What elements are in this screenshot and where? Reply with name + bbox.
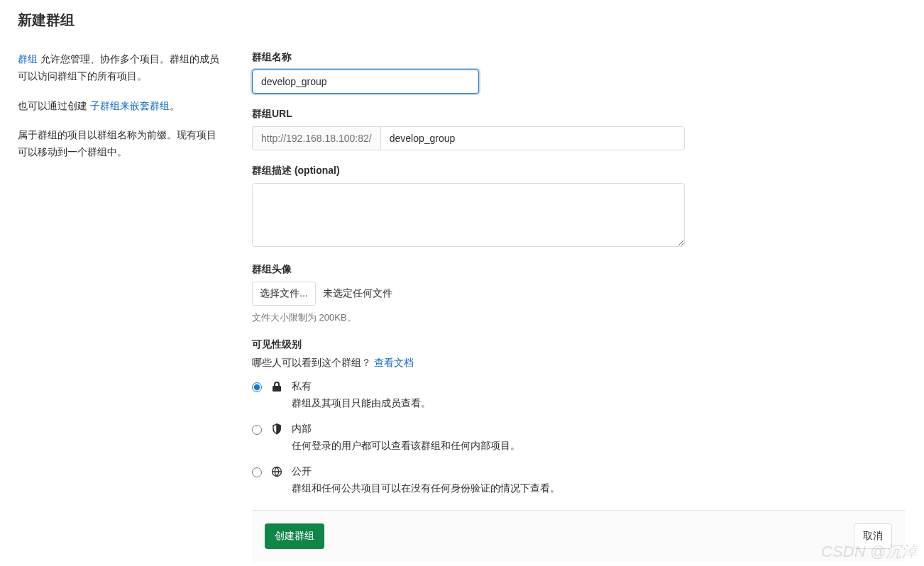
file-size-hint: 文件大小限制为 200KB。 bbox=[252, 311, 905, 324]
group-avatar-label: 群组头像 bbox=[252, 263, 905, 276]
form-footer: 创建群组 取消 bbox=[252, 510, 905, 562]
private-title: 私有 bbox=[292, 379, 905, 394]
choose-file-button[interactable]: 选择文件... bbox=[252, 282, 316, 306]
url-prefix: http://192.168.18.100:82/ bbox=[252, 126, 380, 150]
public-desc: 群组和任何公共项目可以在没有任何身份验证的情况下查看。 bbox=[292, 480, 905, 496]
private-desc: 群组及其项目只能由成员查看。 bbox=[292, 395, 905, 411]
sidebar-para-3: 属于群组的项目以群组名称为前缀。现有项目可以移动到一个群组中。 bbox=[18, 127, 224, 161]
visibility-option-private[interactable]: 私有 群组及其项目只能由成员查看。 bbox=[252, 379, 905, 411]
groups-link[interactable]: 群组 bbox=[18, 53, 38, 65]
group-name-input[interactable] bbox=[252, 70, 479, 94]
visibility-option-public[interactable]: 公开 群组和任何公共项目可以在没有任何身份验证的情况下查看。 bbox=[252, 465, 905, 496]
lock-icon bbox=[270, 380, 283, 393]
visibility-option-internal[interactable]: 内部 任何登录的用户都可以查看该群组和任何内部项目。 bbox=[252, 422, 905, 453]
globe-icon bbox=[270, 465, 283, 478]
group-desc-textarea[interactable] bbox=[252, 183, 685, 247]
radio-public[interactable] bbox=[252, 467, 262, 477]
radio-private[interactable] bbox=[252, 382, 262, 392]
radio-internal[interactable] bbox=[252, 425, 262, 435]
sidebar-para-2: 也可以通过创建 子群组来嵌套群组。 bbox=[18, 98, 224, 115]
info-sidebar: 群组 允许您管理、协作多个项目。群组的成员可以访问群组下的所有项目。 也可以通过… bbox=[18, 51, 224, 562]
shield-icon bbox=[270, 423, 283, 435]
subgroup-link[interactable]: 子群组来嵌套群组 bbox=[90, 100, 170, 111]
group-desc-label: 群组描述 (optional) bbox=[252, 165, 905, 177]
group-url-input[interactable] bbox=[380, 126, 685, 150]
group-url-label: 群组URL bbox=[252, 108, 905, 121]
page-title: 新建群组 bbox=[18, 11, 906, 30]
public-title: 公开 bbox=[292, 465, 905, 479]
cancel-button[interactable]: 取消 bbox=[854, 523, 892, 549]
group-name-label: 群组名称 bbox=[252, 51, 905, 64]
create-group-button[interactable]: 创建群组 bbox=[265, 523, 324, 549]
internal-title: 内部 bbox=[292, 422, 905, 436]
visibility-label: 可见性级别 bbox=[252, 338, 905, 351]
file-status-text: 未选定任何文件 bbox=[323, 287, 392, 300]
sidebar-para-1: 群组 允许您管理、协作多个项目。群组的成员可以访问群组下的所有项目。 bbox=[18, 51, 224, 85]
visibility-subtext: 哪些人可以看到这个群组？ 查看文档 bbox=[252, 357, 905, 370]
view-docs-link[interactable]: 查看文档 bbox=[374, 357, 414, 368]
internal-desc: 任何登录的用户都可以查看该群组和任何内部项目。 bbox=[292, 438, 905, 453]
